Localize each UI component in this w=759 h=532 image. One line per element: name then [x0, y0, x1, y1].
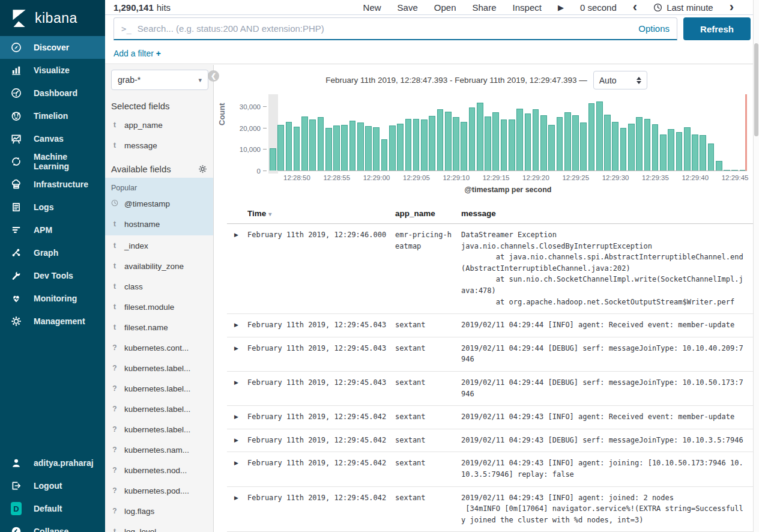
- interval-value: Auto: [599, 76, 617, 85]
- table-row: ▶February 11th 2019, 12:29:45.042sextant…: [227, 429, 753, 453]
- histogram-plot[interactable]: [269, 98, 747, 171]
- histogram-bar: [668, 129, 674, 171]
- cell-time: February 11th 2019, 12:29:45.042: [247, 435, 395, 446]
- string-field-icon: t: [111, 527, 118, 532]
- field-item[interactable]: tlog_level: [105, 521, 213, 532]
- field-label: availability_zone: [124, 262, 184, 271]
- time-range-picker[interactable]: Last minute: [653, 2, 713, 13]
- y-tick-label: 10,000: [240, 146, 261, 153]
- time-forward-icon[interactable]: ›: [730, 3, 734, 11]
- expand-caret-icon[interactable]: ▶: [227, 458, 247, 480]
- sidebar-item-timelion[interactable]: Timelion: [0, 104, 105, 127]
- discover-content: February 11th 2019, 12:28:47.393 - Febru…: [214, 65, 759, 532]
- x-axis-ticks: 12:28:5012:28:5512:29:0012:29:0512:29:10…: [269, 174, 747, 184]
- field-item-hostname[interactable]: t hostname: [105, 214, 213, 234]
- play-icon[interactable]: ▶: [558, 3, 564, 12]
- field-item[interactable]: t_index: [105, 235, 213, 256]
- sidebar-item-user[interactable]: aditya.praharaj: [0, 452, 105, 474]
- expand-caret-icon[interactable]: ▶: [227, 435, 247, 446]
- histogram-bar: [270, 148, 276, 171]
- field-item[interactable]: ?kubernetes.nod...: [105, 460, 213, 480]
- field-item-message[interactable]: t message: [105, 135, 213, 156]
- string-field-icon: t: [111, 241, 118, 250]
- field-item[interactable]: ?kubernetes.label...: [105, 419, 213, 440]
- cell-time: February 11th 2019, 12:29:45.042: [247, 458, 395, 480]
- string-field-icon: t: [111, 121, 118, 129]
- field-item[interactable]: tfileset.module: [105, 297, 213, 317]
- x-tick-label: 12:29:10: [443, 174, 470, 181]
- sidebar-item-infrastructure[interactable]: Infrastructure: [0, 173, 105, 196]
- time-range-label: Last minute: [667, 2, 713, 13]
- sidebar-item-logout[interactable]: Logout: [0, 474, 105, 497]
- field-item[interactable]: ?kubernetes.pod....: [105, 480, 213, 501]
- options-link[interactable]: Options: [638, 23, 670, 34]
- expand-caret-icon[interactable]: ▶: [227, 377, 247, 399]
- kibana-logo-area[interactable]: kibana: [0, 0, 105, 36]
- sidebar-item-dev-tools[interactable]: Dev Tools: [0, 264, 105, 287]
- field-item[interactable]: tfileset.name: [105, 317, 213, 337]
- histogram-bar: [349, 121, 356, 171]
- sidebar-item-discover[interactable]: Discover: [0, 36, 105, 59]
- table-row: ▶February 11th 2019, 12:29:45.043sextant…: [227, 314, 753, 337]
- expand-caret-icon[interactable]: ▶: [227, 319, 247, 331]
- index-pattern-select[interactable]: grab-* ▾: [111, 70, 208, 90]
- field-item[interactable]: ?kubernetes.label...: [105, 399, 213, 419]
- field-settings-button[interactable]: [198, 165, 207, 174]
- histogram-bar: [533, 109, 539, 171]
- field-item[interactable]: tclass: [105, 276, 213, 297]
- current-time-marker: [745, 94, 747, 171]
- menu-share[interactable]: Share: [473, 2, 497, 13]
- field-item[interactable]: ?kubernetes.label...: [105, 358, 213, 378]
- add-filter-link[interactable]: Add a filter +: [113, 49, 161, 58]
- expand-caret-icon[interactable]: ▶: [227, 229, 247, 307]
- sidebar-item-collapse[interactable]: Collapse: [0, 520, 105, 532]
- scrollbar-thumb[interactable]: [754, 43, 758, 136]
- cell-message: DataStreamer Exception java.nio.channels…: [461, 229, 753, 307]
- y-tick-label: 30,000: [240, 103, 261, 110]
- field-item[interactable]: ?log.flags: [105, 501, 213, 521]
- sidebar-item-label: Graph: [34, 248, 58, 258]
- string-field-icon: t: [111, 303, 118, 311]
- menu-new[interactable]: New: [363, 2, 381, 13]
- search-input[interactable]: [138, 23, 632, 34]
- expand-caret-icon[interactable]: ▶: [227, 343, 247, 365]
- column-time[interactable]: Time▾: [247, 209, 395, 218]
- histogram-bar: [652, 124, 659, 171]
- field-item[interactable]: ?kubernetes.label...: [105, 378, 213, 399]
- sidebar-item-graph[interactable]: Graph: [0, 241, 105, 264]
- field-item-timestamp[interactable]: @timestamp: [105, 193, 213, 214]
- histogram-bar: [700, 135, 706, 171]
- menu-inspect[interactable]: Inspect: [513, 2, 542, 13]
- expand-caret-icon[interactable]: ▶: [227, 492, 247, 526]
- menu-open[interactable]: Open: [434, 2, 456, 13]
- refresh-interval-value[interactable]: 0 second: [580, 2, 617, 13]
- column-message: message: [461, 209, 753, 218]
- sidebar-item-apm[interactable]: APM: [0, 219, 105, 241]
- sidebar-item-visualize[interactable]: Visualize: [0, 59, 105, 82]
- histogram-bar: [580, 122, 587, 171]
- sidebar-item-dashboard[interactable]: Dashboard: [0, 82, 105, 104]
- sidebar-item-machine-learning[interactable]: Machine Learning: [0, 150, 105, 173]
- sidebar-item-logs[interactable]: Logs: [0, 196, 105, 219]
- sidebar-item-space-default[interactable]: D Default: [0, 497, 105, 520]
- time-back-icon[interactable]: ‹: [633, 3, 637, 11]
- x-tick-label: 12:29:20: [522, 174, 549, 181]
- field-item[interactable]: tavailability_zone: [105, 256, 213, 276]
- field-item-app_name[interactable]: t app_name: [105, 115, 213, 135]
- search-box: >_ Options: [113, 17, 677, 40]
- collapse-arrow-icon: [11, 526, 22, 532]
- menu-save[interactable]: Save: [398, 2, 418, 13]
- field-item[interactable]: ?kubernetes.cont...: [105, 337, 213, 358]
- sidebar-item-management[interactable]: Management: [0, 310, 105, 333]
- panel-collapse-button[interactable]: ❮: [208, 70, 219, 82]
- field-label: message: [124, 141, 157, 150]
- refresh-button[interactable]: Refresh: [683, 17, 751, 40]
- sidebar-item-monitoring[interactable]: Monitoring: [0, 287, 105, 310]
- interval-select[interactable]: Auto: [593, 71, 647, 89]
- field-item[interactable]: ?kubernetes.nam...: [105, 440, 213, 460]
- expand-caret-icon[interactable]: ▶: [227, 411, 247, 423]
- cell-time: February 11th 2019, 12:29:45.042: [247, 492, 395, 526]
- sidebar-user-label: aditya.praharaj: [34, 458, 94, 468]
- cell-app-name: emr-pricing-heatmap: [395, 229, 461, 307]
- sidebar-item-canvas[interactable]: Canvas: [0, 127, 105, 150]
